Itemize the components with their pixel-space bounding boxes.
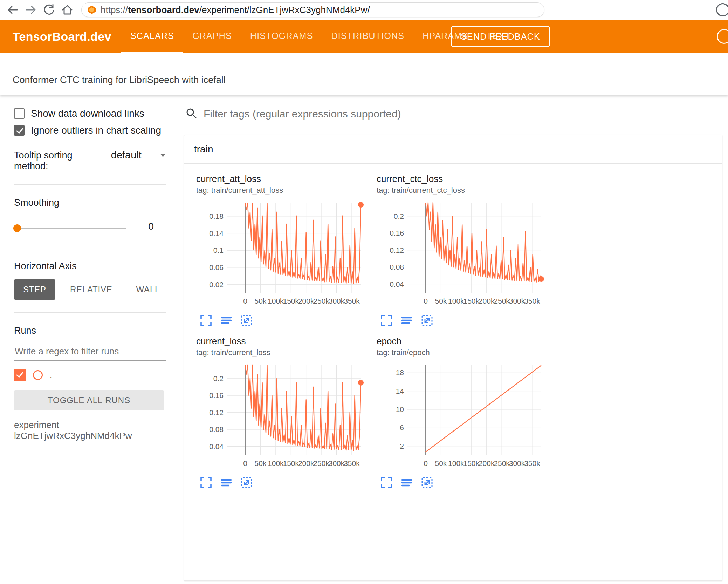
chart-card-epoch: epoch tag: train/epoch 26101418050k100k1… (377, 336, 557, 489)
send-feedback-button[interactable]: SEND FEEDBACK (451, 26, 550, 47)
fit-domain-icon[interactable] (240, 314, 253, 327)
tab-distributions[interactable]: DISTRIBUTIONS (322, 20, 414, 53)
line-chart-epoch[interactable]: 26101418050k100k150k200k250k300k350k (377, 360, 545, 476)
svg-text:0.14: 0.14 (209, 229, 224, 237)
expand-chart-icon[interactable] (200, 476, 212, 489)
ignore-outliers-row: Ignore outliers in chart scaling (14, 125, 166, 136)
svg-text:50k: 50k (435, 459, 447, 467)
svg-text:250k: 250k (494, 459, 510, 467)
svg-text:150k: 150k (463, 459, 479, 467)
search-icon (185, 107, 197, 121)
svg-text:0.04: 0.04 (390, 280, 404, 288)
chart-toolbar (377, 476, 557, 489)
svg-text:0.16: 0.16 (209, 391, 224, 399)
svg-text:200k: 200k (479, 459, 495, 467)
tooltip-sorting-dropdown[interactable]: default (110, 149, 166, 164)
chart-tag: tag: train/epoch (377, 348, 557, 357)
smoothing-row: 0 (14, 221, 166, 235)
smoothing-label: Smoothing (14, 197, 166, 208)
filter-tags-row (184, 106, 545, 125)
svg-text:0.16: 0.16 (390, 229, 404, 237)
chart-toolbar (377, 314, 557, 327)
run-name: . (50, 370, 52, 381)
svg-text:6: 6 (400, 423, 404, 432)
svg-text:50k: 50k (435, 297, 447, 305)
svg-text:200k: 200k (298, 297, 314, 305)
expand-chart-icon[interactable] (380, 476, 393, 489)
svg-text:200k: 200k (298, 459, 314, 467)
line-chart-current-att-loss[interactable]: 0.020.060.10.140.18050k100k150k200k250k3… (196, 198, 364, 313)
chart-card-current-ctc-loss: current_ctc_loss tag: train/current_ctc_… (377, 174, 557, 327)
ignore-outliers-checkbox[interactable] (14, 125, 25, 136)
forward-icon[interactable] (23, 2, 39, 18)
filter-tags-input[interactable] (203, 108, 544, 120)
svg-text:0.12: 0.12 (209, 408, 224, 416)
run-checkbox[interactable] (14, 369, 26, 381)
content-area: Show data download links Ignore outliers… (0, 95, 728, 584)
expand-chart-icon[interactable] (200, 314, 212, 327)
chart-toolbar (196, 314, 377, 327)
svg-text:200k: 200k (479, 297, 495, 305)
tooltip-sorting-value: default (111, 149, 142, 161)
smoothing-slider[interactable] (14, 228, 126, 229)
smoothing-value-input[interactable]: 0 (136, 221, 166, 235)
back-icon[interactable] (5, 2, 20, 18)
fit-domain-icon[interactable] (421, 314, 433, 327)
browser-profile-avatar[interactable] (716, 3, 728, 16)
data-table-icon[interactable] (220, 476, 233, 489)
svg-text:350k: 350k (344, 297, 360, 305)
main-area: train current_att_loss tag: train/curren… (177, 95, 728, 584)
axis-relative-button[interactable]: RELATIVE (61, 279, 122, 300)
experiment-strip: Conformer CTC training for LibriSpeech w… (0, 53, 728, 95)
axis-step-button[interactable]: STEP (14, 279, 55, 300)
svg-text:0.04: 0.04 (209, 442, 224, 450)
runs-filter-input[interactable] (14, 344, 166, 361)
svg-text:0.06: 0.06 (209, 263, 224, 271)
toggle-all-runs-button[interactable]: TOGGLE ALL RUNS (14, 390, 164, 410)
svg-text:250k: 250k (494, 297, 510, 305)
line-chart-current-ctc-loss[interactable]: 0.040.080.120.160.2050k100k150k200k250k3… (377, 198, 545, 313)
divider (14, 312, 166, 313)
runs-filter (14, 344, 166, 361)
show-download-checkbox[interactable] (14, 108, 25, 119)
chart-tag: tag: train/current_ctc_loss (377, 186, 557, 195)
chart-tag: tag: train/current_loss (196, 348, 377, 357)
axis-wall-button[interactable]: WALL (127, 279, 169, 300)
experiment-title: Conformer CTC training for LibriSpeech w… (13, 75, 226, 86)
chart-card-current-loss: current_loss tag: train/current_loss 0.0… (196, 336, 377, 489)
svg-text:150k: 150k (463, 297, 479, 305)
tab-histograms[interactable]: HISTOGRAMS (241, 20, 322, 53)
svg-text:14: 14 (396, 387, 404, 395)
svg-text:0.18: 0.18 (209, 212, 224, 220)
horizontal-axis-options: STEP RELATIVE WALL (14, 279, 166, 300)
reload-icon[interactable] (41, 2, 57, 18)
run-row: . (14, 369, 166, 381)
svg-text:100k: 100k (268, 297, 284, 305)
data-table-icon[interactable] (220, 314, 233, 327)
address-bar[interactable]: https://tensorboard.dev/experiment/lzGnE… (81, 2, 544, 17)
data-table-icon[interactable] (400, 476, 413, 489)
line-chart-current-loss[interactable]: 0.040.080.120.160.2050k100k150k200k250k3… (196, 360, 364, 476)
svg-text:0: 0 (243, 297, 247, 305)
train-section-card: train current_att_loss tag: train/curren… (184, 135, 722, 581)
svg-text:0.2: 0.2 (394, 212, 404, 220)
tab-scalars[interactable]: SCALARS (121, 20, 183, 53)
svg-text:18: 18 (396, 368, 404, 376)
home-icon[interactable] (60, 2, 75, 18)
svg-text:300k: 300k (329, 459, 345, 467)
svg-text:250k: 250k (313, 297, 329, 305)
account-icon[interactable] (717, 29, 728, 44)
svg-text:0: 0 (243, 459, 247, 467)
chart-title: current_att_loss (196, 174, 377, 184)
chart-title: current_loss (196, 336, 377, 347)
settings-sidebar: Show data download links Ignore outliers… (0, 95, 177, 584)
tab-graphs[interactable]: GRAPHS (183, 20, 241, 53)
section-title[interactable]: train (184, 135, 722, 164)
data-table-icon[interactable] (400, 314, 413, 327)
svg-text:0: 0 (424, 459, 428, 467)
fit-domain-icon[interactable] (421, 476, 433, 489)
fit-domain-icon[interactable] (240, 476, 253, 489)
smoothing-slider-thumb[interactable] (13, 224, 21, 232)
svg-text:0: 0 (424, 297, 428, 305)
expand-chart-icon[interactable] (380, 314, 393, 327)
